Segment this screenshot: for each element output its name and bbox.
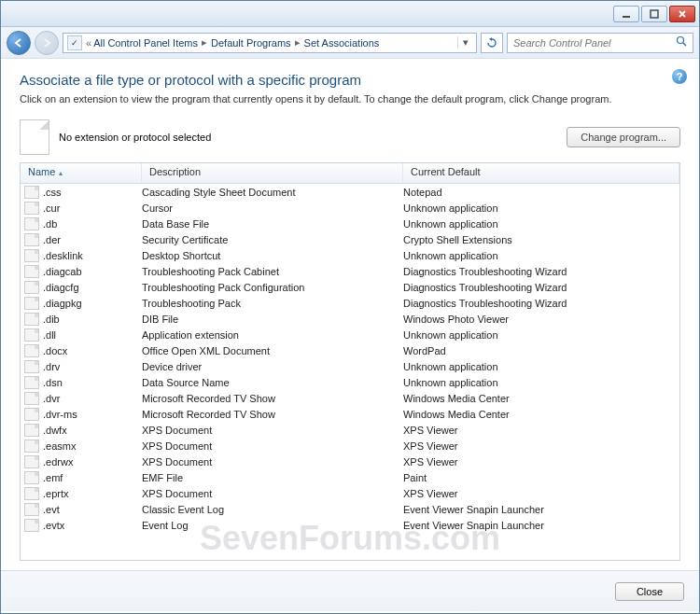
table-row[interactable]: .drvDevice driverUnknown application <box>21 358 679 374</box>
filetype-icon <box>24 376 39 389</box>
desc-cell: Application extension <box>142 329 403 341</box>
table-row[interactable]: .dibDIB FileWindows Photo Viewer <box>21 311 679 327</box>
ext-cell: .dvr <box>43 393 60 404</box>
forward-button[interactable] <box>35 31 59 55</box>
help-icon[interactable]: ? <box>672 69 687 84</box>
table-row[interactable]: .cssCascading Style Sheet DocumentNotepa… <box>21 184 679 200</box>
filetype-icon <box>24 265 39 278</box>
breadcrumb-item[interactable]: Default Programs <box>211 37 291 49</box>
default-cell: Crypto Shell Extensions <box>403 234 679 245</box>
address-dropdown-icon[interactable]: ▾ <box>457 36 472 49</box>
default-cell: Unknown application <box>403 218 679 230</box>
table-row[interactable]: .curCursorUnknown application <box>21 200 679 216</box>
default-cell: Notepad <box>403 187 679 198</box>
ext-cell: .db <box>43 218 57 230</box>
column-header-name[interactable]: Name▴ <box>21 163 142 183</box>
filetype-icon <box>24 360 39 373</box>
ext-cell: .diagcab <box>43 266 82 277</box>
ext-cell: .eprtx <box>43 488 69 499</box>
default-cell: Diagnostics Troubleshooting Wizard <box>403 266 679 277</box>
desc-cell: Microsoft Recorded TV Show <box>142 409 403 420</box>
selection-text: No extension or protocol selected <box>59 132 567 143</box>
default-cell: Diagnostics Troubleshooting Wizard <box>403 298 679 309</box>
filetype-icon <box>24 281 39 294</box>
list-body[interactable]: .cssCascading Style Sheet DocumentNotepa… <box>21 184 679 561</box>
search-box[interactable] <box>507 33 693 53</box>
desc-cell: Troubleshooting Pack <box>142 298 403 309</box>
table-row[interactable]: .desklinkDesktop ShortcutUnknown applica… <box>21 247 679 263</box>
filetype-icon <box>24 455 39 468</box>
svg-rect-0 <box>623 16 630 18</box>
column-header-description[interactable]: Description <box>142 163 403 183</box>
desc-cell: Troubleshooting Pack Configuration <box>142 282 403 293</box>
filetype-icon <box>24 233 39 246</box>
close-dialog-button[interactable]: Close <box>615 582 684 601</box>
ext-cell: .docx <box>43 345 67 356</box>
search-input[interactable] <box>513 37 672 49</box>
default-cell: XPS Viewer <box>403 456 679 467</box>
address-field[interactable]: ✓ « All Control Panel Items ▸ Default Pr… <box>63 33 477 53</box>
table-row[interactable]: .dsnData Source NameUnknown application <box>21 374 679 390</box>
desc-cell: Cascading Style Sheet Document <box>142 187 403 198</box>
table-row[interactable]: .dwfxXPS DocumentXPS Viewer <box>21 422 679 438</box>
chevron-right-icon: ▸ <box>202 36 207 49</box>
table-row[interactable]: .eprtxXPS DocumentXPS Viewer <box>21 485 679 501</box>
breadcrumb-item[interactable]: Set Associations <box>304 37 380 49</box>
desc-cell: Office Open XML Document <box>142 345 403 356</box>
minimize-button[interactable] <box>613 6 639 22</box>
list-header: Name▴ Description Current Default <box>21 163 679 184</box>
desc-cell: XPS Document <box>142 425 403 436</box>
ext-cell: .dsn <box>43 377 63 388</box>
filetype-icon <box>24 519 39 532</box>
table-row[interactable]: .evtClassic Event LogEvent Viewer Snapin… <box>21 501 679 517</box>
table-row[interactable]: .diagcabTroubleshooting Pack CabinetDiag… <box>21 263 679 279</box>
table-row[interactable]: .dbData Base FileUnknown application <box>21 216 679 231</box>
titlebar <box>1 1 699 27</box>
table-row[interactable]: .edrwxXPS DocumentXPS Viewer <box>21 454 679 469</box>
ext-cell: .emf <box>43 472 63 483</box>
refresh-button[interactable] <box>481 33 503 53</box>
desc-cell: Security Certificate <box>142 234 403 245</box>
filetype-icon <box>24 313 39 326</box>
table-row[interactable]: .derSecurity CertificateCrypto Shell Ext… <box>21 231 679 247</box>
svg-line-3 <box>683 43 686 46</box>
default-cell: XPS Viewer <box>403 488 679 499</box>
desc-cell: XPS Document <box>142 488 403 499</box>
table-row[interactable]: .diagpkgTroubleshooting PackDiagnostics … <box>21 295 679 311</box>
filetype-icon <box>24 217 39 230</box>
ext-cell: .easmx <box>43 440 76 452</box>
table-row[interactable]: .dllApplication extensionUnknown applica… <box>21 327 679 342</box>
table-row[interactable]: .easmxXPS DocumentXPS Viewer <box>21 438 679 454</box>
back-button[interactable] <box>7 31 31 55</box>
ext-cell: .dib <box>43 314 60 325</box>
default-cell: Windows Photo Viewer <box>403 314 679 325</box>
default-cell: Unknown application <box>403 250 679 261</box>
table-row[interactable]: .evtxEvent LogEvent Viewer Snapin Launch… <box>21 517 679 533</box>
file-icon <box>20 119 49 155</box>
close-button[interactable] <box>669 6 695 22</box>
ext-cell: .drv <box>43 361 60 372</box>
ext-cell: .css <box>43 187 62 198</box>
breadcrumb-prefix: « <box>86 37 91 49</box>
table-row[interactable]: .emfEMF FilePaint <box>21 469 679 485</box>
filetype-icon <box>24 392 39 405</box>
ext-cell: .der <box>43 234 61 245</box>
column-header-default[interactable]: Current Default <box>403 163 679 183</box>
table-row[interactable]: .dvr-msMicrosoft Recorded TV ShowWindows… <box>21 406 679 422</box>
desc-cell: XPS Document <box>142 456 403 467</box>
table-row[interactable]: .docxOffice Open XML DocumentWordPad <box>21 342 679 358</box>
table-row[interactable]: .dvrMicrosoft Recorded TV ShowWindows Me… <box>21 390 679 406</box>
filetype-icon <box>24 424 39 437</box>
table-row[interactable]: .diagcfgTroubleshooting Pack Configurati… <box>21 279 679 295</box>
filetype-icon <box>24 186 39 199</box>
association-list: Name▴ Description Current Default .cssCa… <box>20 162 680 561</box>
change-program-button[interactable]: Change program... <box>567 127 680 147</box>
ext-cell: .diagcfg <box>43 282 79 293</box>
desc-cell: Microsoft Recorded TV Show <box>142 393 403 404</box>
sort-arrow-icon: ▴ <box>59 169 63 177</box>
maximize-button[interactable] <box>641 6 667 22</box>
filetype-icon <box>24 471 39 484</box>
breadcrumb-item[interactable]: All Control Panel Items <box>93 37 198 49</box>
default-cell: Diagnostics Troubleshooting Wizard <box>403 282 679 293</box>
address-bar: ✓ « All Control Panel Items ▸ Default Pr… <box>1 27 699 59</box>
